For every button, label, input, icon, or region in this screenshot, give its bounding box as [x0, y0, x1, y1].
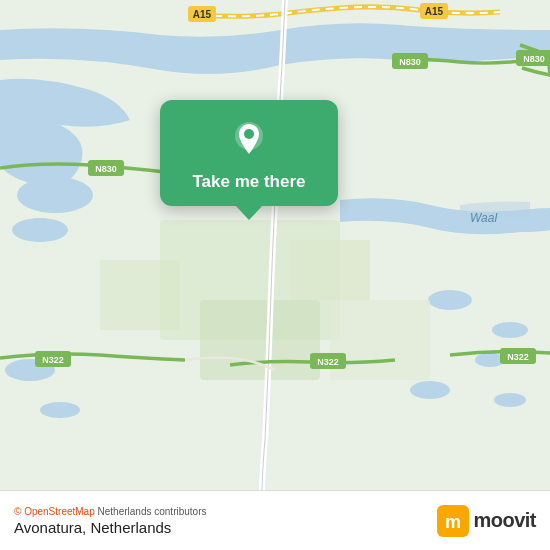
svg-text:A15: A15: [193, 9, 212, 20]
svg-point-33: [244, 129, 254, 139]
svg-text:Waal: Waal: [470, 211, 497, 225]
svg-text:N322: N322: [317, 357, 339, 367]
svg-point-3: [428, 290, 472, 310]
bottom-left-section: © OpenStreetMap Netherlands contributors…: [14, 506, 206, 536]
map-attribution: © OpenStreetMap Netherlands contributors: [14, 506, 206, 517]
bottom-bar: © OpenStreetMap Netherlands contributors…: [0, 490, 550, 550]
attribution-rest: Netherlands contributors: [98, 506, 207, 517]
location-title: Avonatura, Netherlands: [14, 519, 206, 536]
svg-point-1: [17, 177, 93, 213]
svg-text:N830: N830: [399, 57, 421, 67]
map-container[interactable]: A15 A15 N830 N830 N830 Waal N322 N322 N3…: [0, 0, 550, 490]
svg-text:A15: A15: [425, 6, 444, 17]
svg-point-4: [492, 322, 528, 338]
moovit-logo[interactable]: m moovit: [437, 505, 536, 537]
openstreetmap-link[interactable]: © OpenStreetMap: [14, 506, 95, 517]
svg-point-2: [12, 218, 68, 242]
take-me-there-popup[interactable]: Take me there: [160, 100, 338, 206]
svg-point-7: [494, 393, 526, 407]
svg-rect-14: [100, 260, 180, 330]
svg-point-6: [410, 381, 450, 399]
svg-text:m: m: [445, 512, 461, 532]
svg-text:N322: N322: [42, 355, 64, 365]
svg-text:N830: N830: [523, 54, 545, 64]
svg-text:N830: N830: [95, 164, 117, 174]
location-pin-icon: [227, 118, 271, 162]
moovit-label: moovit: [473, 509, 536, 532]
moovit-brand-icon: m: [437, 505, 469, 537]
svg-text:N322: N322: [507, 352, 529, 362]
take-me-there-label: Take me there: [192, 172, 305, 192]
svg-rect-11: [200, 300, 320, 380]
svg-point-9: [40, 402, 80, 418]
svg-rect-12: [290, 240, 370, 300]
